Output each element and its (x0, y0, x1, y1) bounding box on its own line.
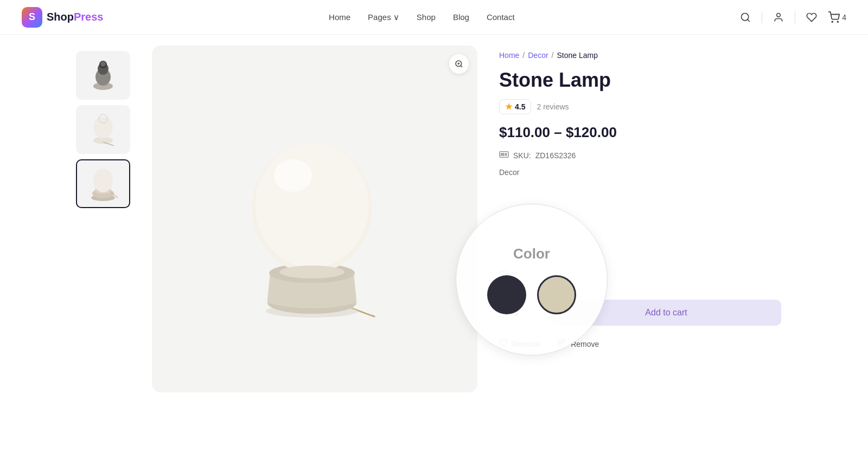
thumbnail-list (76, 46, 130, 392)
logo[interactable]: S ShopPress (22, 7, 104, 28)
sku-row: SKU: ZD16S2326 (499, 151, 781, 160)
breadcrumb-home[interactable]: Home (499, 51, 519, 60)
sku-value: ZD16S2326 (535, 151, 576, 160)
zoom-button[interactable] (449, 54, 469, 74)
rating-row: ★ 4.5 2 reviews (499, 99, 781, 114)
logo-icon: S (22, 7, 42, 28)
navbar: S ShopPress Home Pages ∨ Shop Blog Conta… (0, 0, 868, 35)
cart-count: 4 (842, 13, 846, 22)
user-icon[interactable] (773, 12, 784, 23)
logo-text: ShopPress (47, 11, 104, 23)
nav-divider2 (795, 11, 795, 23)
thumbnail-2[interactable] (76, 105, 130, 154)
svg-point-28 (255, 143, 369, 268)
thumbnail-1[interactable] (76, 51, 130, 100)
sku-icon (499, 151, 509, 160)
breadcrumb: Home / Decor / Stone Lamp (499, 51, 781, 60)
nav-divider (762, 11, 762, 23)
nav-links: Home Pages ∨ Shop Blog Contact (329, 12, 515, 22)
breadcrumb-sep2: / (552, 51, 554, 60)
page-content: Home / Decor / Stone Lamp Stone Lamp ★ 4… (54, 35, 814, 403)
svg-point-11 (93, 117, 113, 138)
breadcrumb-category[interactable]: Decor (528, 51, 548, 60)
product-info: Home / Decor / Stone Lamp Stone Lamp ★ 4… (499, 46, 781, 392)
color-section: Color Clear (499, 269, 781, 289)
svg-point-3 (832, 21, 833, 22)
svg-point-17 (93, 169, 113, 192)
wishlist-icon[interactable] (806, 12, 817, 23)
reviews-count: 2 reviews (537, 102, 569, 111)
color-magnifier: Color (456, 204, 608, 355)
color-option-dark[interactable] (487, 275, 526, 314)
svg-point-9 (100, 61, 106, 67)
cart-icon[interactable]: 4 (828, 11, 846, 23)
color-option-light[interactable] (537, 275, 576, 314)
nav-pages[interactable]: Pages ∨ (368, 12, 399, 22)
sku-label: SKU: (513, 151, 531, 160)
svg-point-2 (777, 13, 781, 17)
search-icon[interactable] (740, 12, 751, 23)
product-title: Stone Lamp (499, 68, 781, 92)
breadcrumb-current: Stone Lamp (557, 51, 598, 60)
nav-contact[interactable]: Contact (487, 12, 515, 22)
svg-line-21 (461, 66, 462, 67)
color-options (487, 275, 576, 314)
product-price: $110.00 – $120.00 (499, 124, 781, 141)
color-title: Color (513, 245, 550, 262)
chevron-down-icon: ∨ (393, 12, 399, 22)
main-image (152, 46, 477, 392)
category-value: Decor (499, 168, 519, 177)
svg-point-4 (838, 21, 839, 22)
nav-home[interactable]: Home (329, 12, 350, 22)
breadcrumb-sep1: / (522, 51, 525, 60)
rating-value: 4.5 (515, 102, 525, 111)
category-row: Decor (499, 168, 781, 177)
svg-point-29 (274, 159, 312, 192)
nav-blog[interactable]: Blog (453, 12, 469, 22)
rating-badge: ★ 4.5 (499, 99, 531, 114)
star-icon: ★ (505, 102, 512, 112)
svg-line-1 (748, 19, 750, 21)
nav-actions: 4 (740, 11, 846, 23)
svg-point-30 (279, 266, 344, 279)
thumbnail-3[interactable] (76, 159, 130, 208)
lamp-illustration (228, 100, 401, 338)
nav-shop[interactable]: Shop (417, 12, 436, 22)
